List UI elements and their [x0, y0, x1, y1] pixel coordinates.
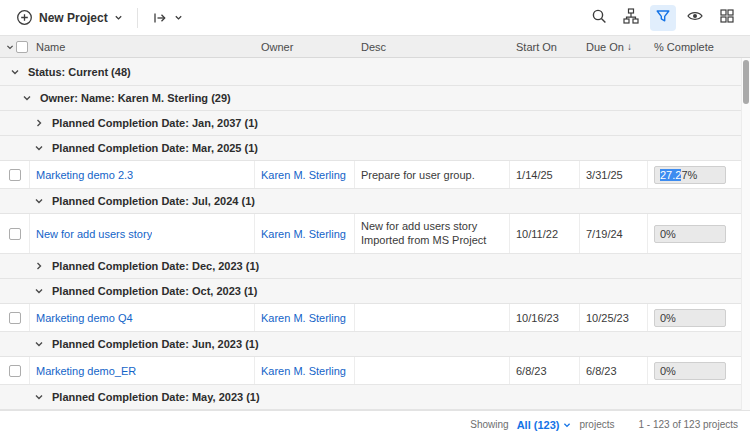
footer-bar: Showing All (123) projects 1 - 123 of 12… — [0, 410, 750, 438]
header-select-cell — [0, 36, 30, 57]
chevron-down-icon — [114, 13, 123, 22]
project-name-link[interactable]: New for add users story — [36, 228, 152, 240]
column-header-start-on[interactable]: Start On — [510, 36, 580, 57]
group-label: Planned Completion Date: Jun, 2023 (1) — [52, 338, 259, 350]
new-project-button[interactable]: New Project — [10, 5, 129, 30]
group-row-pcd-oct-2023[interactable]: Planned Completion Date: Oct, 2023 (1) — [0, 279, 750, 304]
row-checkbox[interactable] — [9, 169, 21, 181]
percent-complete-field[interactable]: 0% — [654, 362, 726, 380]
project-desc-cell: Prepare for user group. — [355, 161, 510, 188]
vertical-scrollbar[interactable] — [741, 58, 750, 410]
grouping-button[interactable] — [618, 5, 644, 31]
group-row-pcd-jun-2023[interactable]: Planned Completion Date: Jun, 2023 (1) — [0, 332, 750, 357]
chevron-down-icon[interactable] — [34, 339, 44, 349]
filter-icon — [655, 8, 671, 27]
column-header-due-on[interactable]: Due On ↓ — [580, 36, 648, 57]
chevron-down-icon[interactable] — [34, 196, 44, 206]
project-list: Name Owner Desc Start On Due On ↓ % Comp… — [0, 36, 750, 410]
select-all-checkbox[interactable] — [16, 41, 28, 53]
row-select-cell — [0, 161, 30, 188]
group-row-pcd-jan-2037[interactable]: Planned Completion Date: Jan, 2037 (1) — [0, 111, 750, 136]
view-options-button[interactable] — [682, 5, 708, 31]
layout-button[interactable] — [714, 5, 740, 31]
project-count-dropdown[interactable]: All (123) — [517, 419, 572, 431]
chevron-down-icon — [174, 13, 183, 22]
group-row-owner[interactable]: Owner: Name: Karen M. Sterling (29) — [0, 86, 750, 111]
group-row-pcd-dec-2023[interactable]: Planned Completion Date: Dec, 2023 (1) — [0, 254, 750, 279]
group-row-status[interactable]: Status: Current (48) — [0, 58, 750, 86]
project-name-link[interactable]: Marketing demo 2.3 — [36, 169, 133, 181]
search-button[interactable] — [586, 5, 612, 31]
chevron-down-icon[interactable] — [34, 143, 44, 153]
chevron-down-icon[interactable] — [6, 43, 14, 51]
project-name-link[interactable]: Marketing demo_ER — [36, 365, 136, 377]
percent-complete-field[interactable]: 0% — [654, 309, 726, 327]
chevron-down-icon[interactable] — [10, 67, 20, 77]
toolbar-divider — [137, 8, 138, 28]
row-checkbox[interactable] — [9, 365, 21, 377]
chevron-down-icon — [563, 421, 571, 429]
table-row: Marketing demo_ER Karen M. Sterling 6/8/… — [0, 357, 750, 385]
app-window: New Project — [0, 0, 750, 438]
project-owner-link[interactable]: Karen M. Sterling — [261, 228, 346, 240]
project-due-cell: 6/8/23 — [580, 357, 648, 384]
search-icon — [591, 8, 608, 28]
project-name-cell: Marketing demo_ER — [30, 357, 255, 384]
selected-text: 27.2 — [660, 169, 681, 181]
project-due-cell: 10/25/23 — [580, 304, 648, 331]
row-checkbox[interactable] — [9, 228, 21, 240]
percent-complete-field[interactable]: 27.27% — [654, 166, 726, 184]
toolbar-right-icons — [586, 5, 740, 31]
project-owner-cell: Karen M. Sterling — [255, 357, 355, 384]
project-start-cell: 10/11/22 — [510, 214, 580, 253]
projects-label: projects — [579, 419, 614, 430]
group-label: Planned Completion Date: Jul, 2024 (1) — [52, 195, 255, 207]
grid-view-icon — [719, 8, 735, 27]
table-row: Marketing demo 2.3 Karen M. Sterling Pre… — [0, 161, 750, 189]
project-count-value: All (123) — [517, 419, 560, 431]
pagination-range: 1 - 123 of 123 projects — [638, 419, 738, 430]
row-checkbox[interactable] — [9, 312, 21, 324]
project-name-cell: Marketing demo Q4 — [30, 304, 255, 331]
project-owner-link[interactable]: Karen M. Sterling — [261, 365, 346, 377]
table-header-row: Name Owner Desc Start On Due On ↓ % Comp… — [0, 36, 750, 58]
project-start-cell: 10/16/23 — [510, 304, 580, 331]
column-header-percent-complete[interactable]: % Complete — [648, 36, 750, 57]
project-owner-cell: Karen M. Sterling — [255, 304, 355, 331]
org-chart-icon — [622, 7, 640, 28]
chevron-right-icon[interactable] — [34, 118, 44, 128]
row-select-cell — [0, 357, 30, 384]
eye-icon — [686, 7, 704, 28]
project-due-cell: 3/31/25 — [580, 161, 648, 188]
chevron-down-icon[interactable] — [34, 392, 44, 402]
group-row-pcd-jul-2024[interactable]: Planned Completion Date: Jul, 2024 (1) — [0, 189, 750, 214]
chevron-right-icon[interactable] — [34, 261, 44, 271]
group-label: Planned Completion Date: Jan, 2037 (1) — [52, 117, 258, 129]
project-owner-link[interactable]: Karen M. Sterling — [261, 312, 346, 324]
column-header-desc[interactable]: Desc — [355, 36, 510, 57]
showing-label: Showing — [470, 419, 508, 430]
chevron-down-icon[interactable] — [22, 93, 32, 103]
project-name-cell: Marketing demo 2.3 — [30, 161, 255, 188]
column-header-name[interactable]: Name — [30, 36, 255, 57]
row-select-cell — [0, 304, 30, 331]
due-on-label: Due On — [586, 41, 624, 53]
plus-circle-icon — [16, 9, 33, 26]
project-desc-cell: New for add users story Imported from MS… — [355, 214, 510, 253]
group-row-pcd-mar-2025[interactable]: Planned Completion Date: Mar, 2025 (1) — [0, 136, 750, 161]
chevron-down-icon[interactable] — [34, 286, 44, 296]
export-icon — [152, 10, 168, 26]
project-owner-link[interactable]: Karen M. Sterling — [261, 169, 346, 181]
export-button[interactable] — [146, 6, 189, 30]
column-header-owner[interactable]: Owner — [255, 36, 355, 57]
group-label: Planned Completion Date: May, 2023 (1) — [52, 391, 260, 403]
project-name-link[interactable]: Marketing demo Q4 — [36, 312, 133, 324]
project-percent-cell: 27.27% — [648, 161, 750, 188]
scrollbar-thumb[interactable] — [743, 60, 749, 104]
filter-button[interactable] — [650, 5, 676, 31]
project-desc-cell — [355, 357, 510, 384]
group-row-pcd-may-2023[interactable]: Planned Completion Date: May, 2023 (1) — [0, 385, 750, 410]
table-row: Marketing demo Q4 Karen M. Sterling 10/1… — [0, 304, 750, 332]
project-name-cell: New for add users story — [30, 214, 255, 253]
percent-complete-field[interactable]: 0% — [654, 225, 726, 243]
